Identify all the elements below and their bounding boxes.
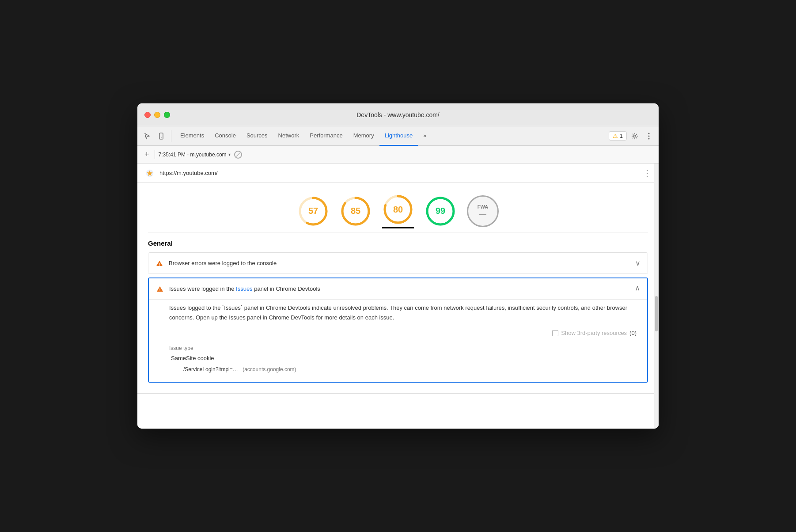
warning-badge[interactable]: ⚠ 1 (609, 131, 627, 141)
show-3rd-party-checkbox[interactable]: Show 3rd-party resources (0) (552, 330, 637, 336)
tab-memory[interactable]: Memory (348, 126, 379, 146)
mobile-icon[interactable] (155, 130, 167, 142)
tab-console[interactable]: Console (209, 126, 241, 146)
tab-actions: ⚠ 1 (609, 130, 655, 142)
accordion-issues-logged-header[interactable]: ! Issues were logged in the Issues panel… (149, 278, 647, 299)
no-throttle-icon[interactable] (234, 151, 242, 159)
svg-point-4 (648, 135, 650, 137)
issue-category: SameSite cookie (169, 355, 637, 361)
time-label[interactable]: 7:35:41 PM - m.youtube.com ▾ (159, 152, 231, 158)
chevron-up-icon: ∨ (635, 285, 640, 293)
score-circle-1[interactable]: 85 (340, 195, 371, 227)
issues-panel-link[interactable]: Issues (236, 285, 253, 292)
score-circle-0[interactable]: 57 (297, 195, 329, 227)
tab-performance[interactable]: Performance (304, 126, 348, 146)
svg-rect-0 (159, 133, 163, 139)
tab-network[interactable]: Network (273, 126, 305, 146)
svg-text:!: ! (159, 262, 160, 266)
general-title: General (148, 239, 648, 247)
url-bar: https://m.youtube.com/ ⋮ (137, 163, 659, 183)
issue-domain: (accounts.google.com) (243, 366, 296, 372)
svg-point-2 (634, 135, 636, 137)
svg-line-6 (236, 153, 240, 156)
issue-url-row: /ServiceLogin?ltmpl=… (accounts.google.c… (169, 365, 637, 373)
tab-icon-group (141, 130, 171, 142)
show-3rd-count: (0) (629, 330, 637, 336)
tab-sources[interactable]: Sources (241, 126, 273, 146)
warning-icon: ⚠ (613, 133, 618, 139)
page-url: https://m.youtube.com/ (159, 170, 639, 176)
tab-more[interactable]: » (418, 126, 432, 146)
scores-area: 57 85 (137, 183, 659, 232)
issue-type-label: Issue type (169, 345, 637, 351)
time-dropdown-arrow: ▾ (228, 152, 231, 157)
more-options-button[interactable] (643, 130, 655, 142)
minimize-button[interactable] (154, 112, 160, 118)
chevron-down-icon: ∨ (635, 259, 641, 267)
url-more-button[interactable]: ⋮ (643, 168, 652, 178)
general-section: General ! Browser errors were logged to … (137, 232, 659, 394)
score-item-1: 85 (340, 195, 371, 227)
issues-description: Issues logged to the `Issues` panel in C… (169, 303, 637, 323)
accordion-browser-errors-header[interactable]: ! Browser errors were logged to the cons… (148, 253, 648, 274)
titlebar: DevTools - www.youtube.com/ (137, 103, 659, 126)
score-circle-3[interactable]: 99 (425, 195, 456, 227)
score-circle-2[interactable]: 80 (382, 194, 414, 225)
fwa-circle[interactable]: FWA — (467, 195, 499, 227)
issue-url[interactable]: /ServiceLogin?ltmpl=… (176, 366, 238, 372)
accordion-issues-title: Issues were logged in the Issues panel i… (169, 285, 629, 292)
scrollbar-track (654, 163, 659, 429)
score-item-4: FWA — (467, 195, 499, 227)
devtools-window: DevTools - www.youtube.com/ Elements Con… (137, 103, 659, 429)
cursor-icon[interactable] (141, 130, 153, 142)
main-content: https://m.youtube.com/ ⋮ 57 (137, 163, 659, 429)
score-underline (382, 227, 414, 228)
devtools-tabs-bar: Elements Console Sources Network Perform… (137, 126, 659, 146)
accordion-issues-body: Issues logged to the `Issues` panel in C… (149, 299, 647, 382)
warn-triangle-icon: ! (155, 259, 163, 267)
accordion-browser-errors: ! Browser errors were logged to the cons… (148, 252, 648, 274)
tab-lighthouse[interactable]: Lighthouse (379, 126, 418, 146)
settings-button[interactable] (629, 130, 641, 142)
svg-point-3 (648, 133, 650, 134)
accordion-browser-errors-title: Browser errors were logged to the consol… (169, 260, 630, 266)
tab-elements[interactable]: Elements (175, 126, 209, 146)
scrollbar-thumb[interactable] (655, 296, 658, 331)
accordion-issues-logged: ! Issues were logged in the Issues panel… (148, 277, 648, 383)
traffic-lights (144, 112, 170, 118)
svg-text:!: ! (159, 287, 161, 292)
secondary-bar: + 7:35:41 PM - m.youtube.com ▾ (137, 146, 659, 163)
checkbox-box (552, 330, 558, 336)
warning-count: 1 (620, 133, 623, 139)
show-3rd-party-row: Show 3rd-party resources (0) (169, 330, 637, 336)
add-tab-button[interactable]: + (143, 149, 151, 160)
score-item-2: 80 (382, 194, 414, 228)
lighthouse-logo (144, 168, 155, 179)
svg-point-5 (648, 138, 650, 139)
window-title: DevTools - www.youtube.com/ (356, 111, 440, 118)
score-item-0: 57 (297, 195, 329, 227)
content-area: https://m.youtube.com/ ⋮ 57 (137, 163, 659, 429)
separator (155, 150, 155, 159)
maximize-button[interactable] (164, 112, 170, 118)
score-item-3: 99 (425, 195, 456, 227)
close-button[interactable] (144, 112, 151, 118)
show-3rd-label: Show 3rd-party resources (561, 330, 627, 336)
warn-triangle-icon-2: ! (156, 285, 164, 293)
